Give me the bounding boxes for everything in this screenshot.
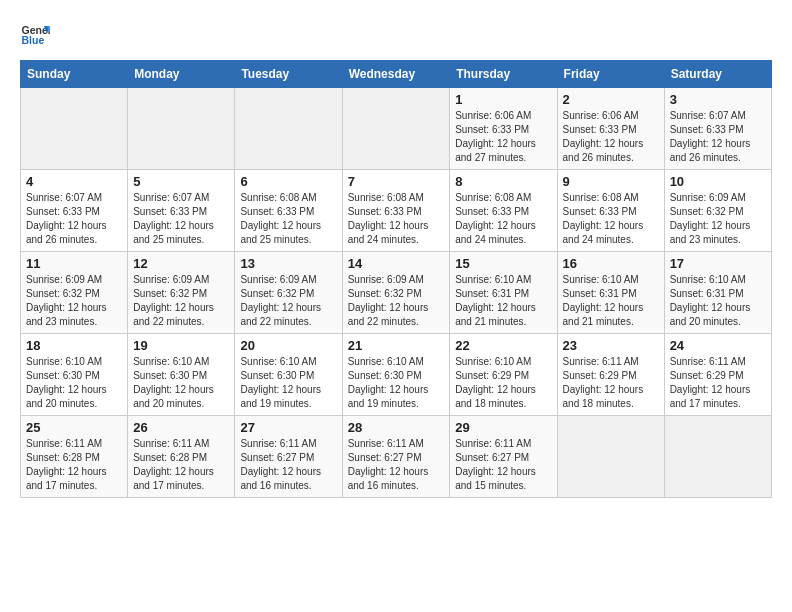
calendar-cell: 16Sunrise: 6:10 AMSunset: 6:31 PMDayligh… [557,252,664,334]
day-info: Sunrise: 6:11 AMSunset: 6:28 PMDaylight:… [133,437,229,493]
calendar-cell: 3Sunrise: 6:07 AMSunset: 6:33 PMDaylight… [664,88,771,170]
calendar-cell [235,88,342,170]
day-info: Sunrise: 6:11 AMSunset: 6:29 PMDaylight:… [563,355,659,411]
day-number: 23 [563,338,659,353]
weekday-header-saturday: Saturday [664,61,771,88]
calendar-cell: 9Sunrise: 6:08 AMSunset: 6:33 PMDaylight… [557,170,664,252]
calendar-cell: 20Sunrise: 6:10 AMSunset: 6:30 PMDayligh… [235,334,342,416]
day-info: Sunrise: 6:10 AMSunset: 6:31 PMDaylight:… [455,273,551,329]
day-number: 26 [133,420,229,435]
calendar-cell: 14Sunrise: 6:09 AMSunset: 6:32 PMDayligh… [342,252,450,334]
calendar-cell [557,416,664,498]
day-info: Sunrise: 6:07 AMSunset: 6:33 PMDaylight:… [26,191,122,247]
day-number: 10 [670,174,766,189]
calendar-cell: 19Sunrise: 6:10 AMSunset: 6:30 PMDayligh… [128,334,235,416]
calendar-cell: 23Sunrise: 6:11 AMSunset: 6:29 PMDayligh… [557,334,664,416]
calendar-body: 1Sunrise: 6:06 AMSunset: 6:33 PMDaylight… [21,88,772,498]
calendar-cell: 24Sunrise: 6:11 AMSunset: 6:29 PMDayligh… [664,334,771,416]
calendar-cell: 5Sunrise: 6:07 AMSunset: 6:33 PMDaylight… [128,170,235,252]
day-number: 3 [670,92,766,107]
day-info: Sunrise: 6:06 AMSunset: 6:33 PMDaylight:… [563,109,659,165]
day-info: Sunrise: 6:10 AMSunset: 6:30 PMDaylight:… [348,355,445,411]
calendar-cell: 22Sunrise: 6:10 AMSunset: 6:29 PMDayligh… [450,334,557,416]
day-info: Sunrise: 6:10 AMSunset: 6:29 PMDaylight:… [455,355,551,411]
day-number: 29 [455,420,551,435]
day-info: Sunrise: 6:10 AMSunset: 6:31 PMDaylight:… [670,273,766,329]
weekday-header-friday: Friday [557,61,664,88]
calendar-cell: 7Sunrise: 6:08 AMSunset: 6:33 PMDaylight… [342,170,450,252]
calendar-cell: 11Sunrise: 6:09 AMSunset: 6:32 PMDayligh… [21,252,128,334]
calendar-cell: 17Sunrise: 6:10 AMSunset: 6:31 PMDayligh… [664,252,771,334]
day-number: 25 [26,420,122,435]
day-info: Sunrise: 6:09 AMSunset: 6:32 PMDaylight:… [240,273,336,329]
weekday-header-row: SundayMondayTuesdayWednesdayThursdayFrid… [21,61,772,88]
calendar-cell: 21Sunrise: 6:10 AMSunset: 6:30 PMDayligh… [342,334,450,416]
calendar-cell: 18Sunrise: 6:10 AMSunset: 6:30 PMDayligh… [21,334,128,416]
day-number: 28 [348,420,445,435]
day-info: Sunrise: 6:11 AMSunset: 6:27 PMDaylight:… [240,437,336,493]
day-number: 21 [348,338,445,353]
day-number: 13 [240,256,336,271]
calendar-header: SundayMondayTuesdayWednesdayThursdayFrid… [21,61,772,88]
day-info: Sunrise: 6:07 AMSunset: 6:33 PMDaylight:… [133,191,229,247]
day-number: 14 [348,256,445,271]
calendar-cell [342,88,450,170]
calendar-cell: 26Sunrise: 6:11 AMSunset: 6:28 PMDayligh… [128,416,235,498]
day-info: Sunrise: 6:09 AMSunset: 6:32 PMDaylight:… [26,273,122,329]
day-number: 7 [348,174,445,189]
weekday-header-monday: Monday [128,61,235,88]
day-number: 19 [133,338,229,353]
day-number: 4 [26,174,122,189]
day-number: 27 [240,420,336,435]
day-info: Sunrise: 6:11 AMSunset: 6:27 PMDaylight:… [455,437,551,493]
calendar-cell: 25Sunrise: 6:11 AMSunset: 6:28 PMDayligh… [21,416,128,498]
svg-text:Blue: Blue [22,34,45,46]
calendar-cell: 28Sunrise: 6:11 AMSunset: 6:27 PMDayligh… [342,416,450,498]
calendar-cell: 15Sunrise: 6:10 AMSunset: 6:31 PMDayligh… [450,252,557,334]
day-info: Sunrise: 6:06 AMSunset: 6:33 PMDaylight:… [455,109,551,165]
calendar-week-4: 25Sunrise: 6:11 AMSunset: 6:28 PMDayligh… [21,416,772,498]
weekday-header-tuesday: Tuesday [235,61,342,88]
day-info: Sunrise: 6:08 AMSunset: 6:33 PMDaylight:… [348,191,445,247]
day-info: Sunrise: 6:09 AMSunset: 6:32 PMDaylight:… [348,273,445,329]
calendar-cell [664,416,771,498]
day-info: Sunrise: 6:09 AMSunset: 6:32 PMDaylight:… [133,273,229,329]
calendar-cell: 4Sunrise: 6:07 AMSunset: 6:33 PMDaylight… [21,170,128,252]
day-info: Sunrise: 6:08 AMSunset: 6:33 PMDaylight:… [455,191,551,247]
calendar-table: SundayMondayTuesdayWednesdayThursdayFrid… [20,60,772,498]
calendar-week-0: 1Sunrise: 6:06 AMSunset: 6:33 PMDaylight… [21,88,772,170]
calendar-week-2: 11Sunrise: 6:09 AMSunset: 6:32 PMDayligh… [21,252,772,334]
day-number: 20 [240,338,336,353]
day-info: Sunrise: 6:07 AMSunset: 6:33 PMDaylight:… [670,109,766,165]
weekday-header-thursday: Thursday [450,61,557,88]
calendar-cell: 2Sunrise: 6:06 AMSunset: 6:33 PMDaylight… [557,88,664,170]
day-number: 11 [26,256,122,271]
day-number: 6 [240,174,336,189]
calendar-week-3: 18Sunrise: 6:10 AMSunset: 6:30 PMDayligh… [21,334,772,416]
day-number: 9 [563,174,659,189]
calendar-cell: 6Sunrise: 6:08 AMSunset: 6:33 PMDaylight… [235,170,342,252]
calendar-cell: 27Sunrise: 6:11 AMSunset: 6:27 PMDayligh… [235,416,342,498]
day-number: 16 [563,256,659,271]
day-number: 2 [563,92,659,107]
calendar-week-1: 4Sunrise: 6:07 AMSunset: 6:33 PMDaylight… [21,170,772,252]
day-number: 24 [670,338,766,353]
day-info: Sunrise: 6:10 AMSunset: 6:30 PMDaylight:… [240,355,336,411]
calendar-cell: 29Sunrise: 6:11 AMSunset: 6:27 PMDayligh… [450,416,557,498]
day-number: 18 [26,338,122,353]
logo-icon: General Blue [20,20,50,50]
calendar-cell: 10Sunrise: 6:09 AMSunset: 6:32 PMDayligh… [664,170,771,252]
calendar-cell: 12Sunrise: 6:09 AMSunset: 6:32 PMDayligh… [128,252,235,334]
page-header: General Blue [20,20,772,50]
calendar-cell: 8Sunrise: 6:08 AMSunset: 6:33 PMDaylight… [450,170,557,252]
day-number: 15 [455,256,551,271]
day-info: Sunrise: 6:11 AMSunset: 6:28 PMDaylight:… [26,437,122,493]
calendar-cell: 1Sunrise: 6:06 AMSunset: 6:33 PMDaylight… [450,88,557,170]
logo: General Blue [20,20,54,50]
day-info: Sunrise: 6:08 AMSunset: 6:33 PMDaylight:… [563,191,659,247]
day-info: Sunrise: 6:10 AMSunset: 6:30 PMDaylight:… [133,355,229,411]
calendar-cell [128,88,235,170]
day-info: Sunrise: 6:08 AMSunset: 6:33 PMDaylight:… [240,191,336,247]
day-number: 1 [455,92,551,107]
weekday-header-wednesday: Wednesday [342,61,450,88]
